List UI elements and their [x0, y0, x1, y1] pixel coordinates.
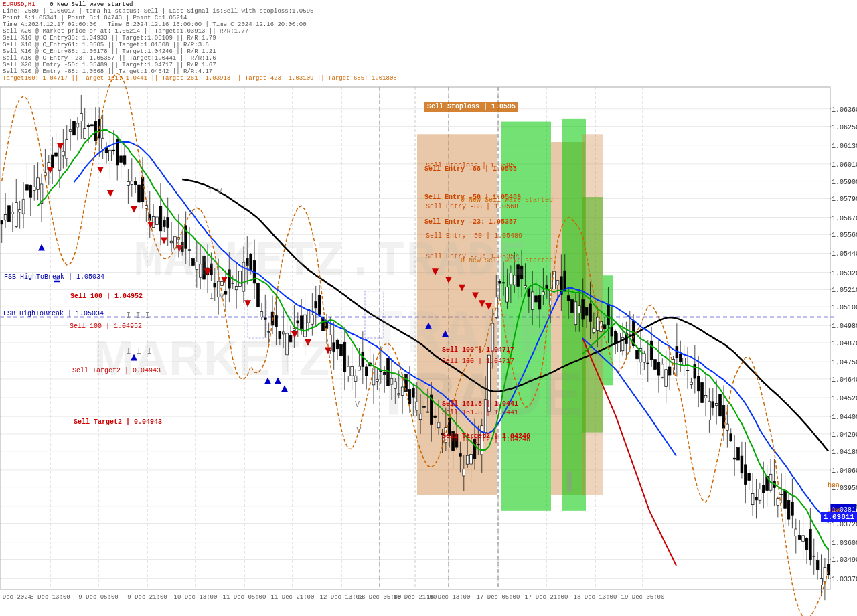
chart-container: MARKETZ.TRADE TRADE EURUSD,H1 0 New Sell… [0, 0, 857, 616]
chart-canvas [0, 0, 857, 616]
